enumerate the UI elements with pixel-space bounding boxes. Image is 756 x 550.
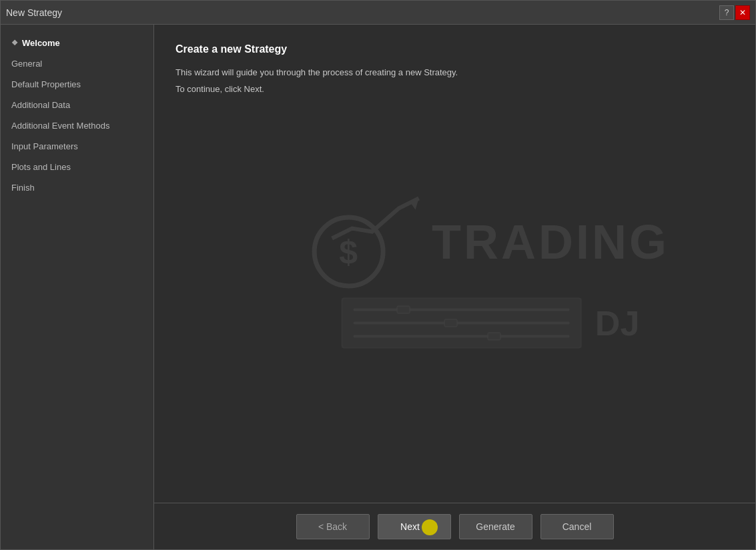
title-bar: New Strategy ? ✕ xyxy=(1,1,755,25)
sidebar-label-additional-data: Additional Data xyxy=(11,100,70,110)
sidebar-item-plots-and-lines[interactable]: Plots and Lines xyxy=(1,157,153,177)
sidebar-item-additional-event-methods[interactable]: Additional Event Methods xyxy=(1,115,153,136)
watermark-mixer-icon xyxy=(342,297,582,348)
sidebar-label-plots-and-lines: Plots and Lines xyxy=(11,162,71,172)
footer-bar: < Back Next > Generate Cancel xyxy=(154,503,755,549)
help-button[interactable]: ? xyxy=(719,5,734,20)
dialog-title: New Strategy xyxy=(6,7,62,18)
watermark-chart-icon: $ xyxy=(312,195,418,288)
welcome-icon: ❖ xyxy=(11,39,18,47)
watermark: $ TRADING xyxy=(312,195,669,348)
content-title: Create a new Strategy xyxy=(175,43,734,55)
sidebar: ❖ Welcome General Default Properties Add… xyxy=(1,25,154,549)
sidebar-item-additional-data[interactable]: Additional Data xyxy=(1,95,153,115)
sidebar-label-default-properties: Default Properties xyxy=(11,79,81,89)
content-area: Create a new Strategy This wizard will g… xyxy=(154,25,755,503)
content-description2: To continue, click Next. xyxy=(175,83,734,97)
sidebar-label-input-parameters: Input Parameters xyxy=(11,141,78,151)
cancel-button[interactable]: Cancel xyxy=(540,514,614,539)
back-button[interactable]: < Back xyxy=(296,514,370,539)
title-bar-buttons: ? ✕ xyxy=(719,5,750,20)
next-button[interactable]: Next > xyxy=(378,514,451,539)
sidebar-item-general[interactable]: General xyxy=(1,53,153,74)
dialog-window: New Strategy ? ✕ ❖ Welcome General Defau… xyxy=(0,0,756,550)
next-wrapper: Next > xyxy=(378,514,451,539)
sidebar-label-additional-event-methods: Additional Event Methods xyxy=(11,121,109,131)
sidebar-label-welcome: Welcome xyxy=(22,38,60,48)
generate-button[interactable]: Generate xyxy=(459,514,532,539)
main-content: Create a new Strategy This wizard will g… xyxy=(154,25,755,549)
dialog-body: ❖ Welcome General Default Properties Add… xyxy=(1,25,755,549)
watermark-dj-text: DJ xyxy=(595,303,639,343)
watermark-trading-text: TRADING xyxy=(432,214,669,269)
dollar-circle-icon: $ xyxy=(312,215,385,288)
sidebar-item-input-parameters[interactable]: Input Parameters xyxy=(1,136,153,157)
sidebar-item-welcome[interactable]: ❖ Welcome xyxy=(1,33,153,53)
sidebar-label-general: General xyxy=(11,59,42,69)
content-description1: This wizard will guide you through the p… xyxy=(175,66,734,80)
close-button[interactable]: ✕ xyxy=(735,5,750,20)
sidebar-item-default-properties[interactable]: Default Properties xyxy=(1,74,153,95)
sidebar-item-finish[interactable]: Finish xyxy=(1,177,153,198)
sidebar-label-finish: Finish xyxy=(11,183,35,193)
